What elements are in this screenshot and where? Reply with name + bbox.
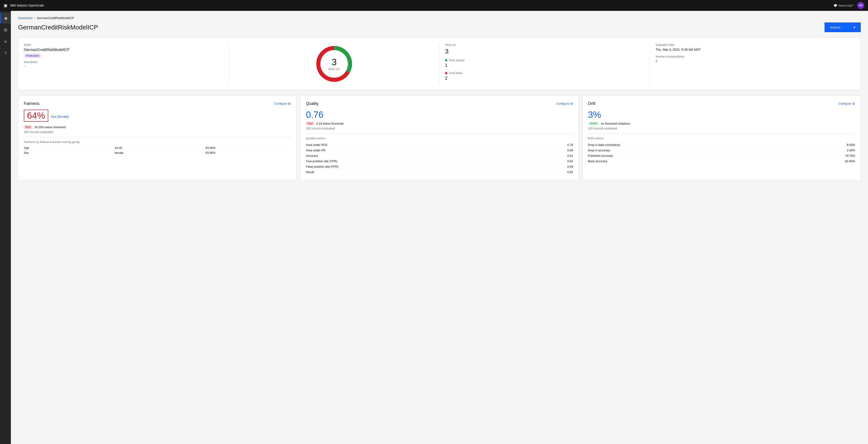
table-row: Accuracy 0.81 [306, 153, 573, 158]
drift-threshold-row: Green no threshold violations [588, 122, 855, 125]
drift-threshold-text: no threshold violations [601, 122, 630, 125]
fairness-title: Fairness [24, 101, 39, 106]
summary-eval-section: Evaluation date Thu, Mar 4, 2021, 9:38 A… [650, 43, 855, 85]
fairness-feature-table: Age 18-25 64.00% Sex female 63.80% [24, 145, 291, 155]
topnav-right: 💬 Need help? SD [834, 2, 865, 9]
fairness-records: 100 records evaluated [24, 130, 291, 134]
fairness-badge: Red [24, 125, 32, 129]
topnav-brand: IBM Watson OpenScale [10, 4, 44, 7]
configure-icon: ⚙ [852, 102, 855, 106]
quality-big-value: 0.76 [306, 110, 573, 120]
fairness-divider [24, 137, 291, 138]
breadcrumb-current: GermanCreditRiskModelICP [37, 16, 74, 20]
question-icon: ? [4, 51, 6, 56]
eval-date-label: Evaluation date [656, 43, 855, 47]
drift-configure-button[interactable]: Configure ⚙ [839, 102, 855, 106]
fairness-section-title: Fairness by feature & lowest scoring gro… [24, 140, 291, 144]
sidebar-item-activity[interactable]: ◈ [0, 13, 11, 24]
summary-chart: 3 tests run [229, 43, 439, 85]
donut-number: 3 [329, 57, 340, 67]
user-avatar[interactable]: SD [857, 2, 864, 9]
tests-passed-row: Tests passed [445, 59, 645, 62]
tests-failed-value: 2 [445, 76, 645, 81]
drift-divider [588, 134, 855, 134]
drift-card: Drift Configure ⚙ 3% Green no threshold … [582, 96, 861, 180]
quality-threshold-row: Red 0.19 below threshold [306, 122, 573, 125]
quality-divider [306, 134, 573, 134]
sidebar-item-settings[interactable]: ≡ [0, 36, 11, 47]
quality-badge: Red [306, 122, 314, 125]
page-title: GermanCreditRiskModelICP [18, 24, 98, 31]
topnav-left: ▣ IBM Watson OpenScale [4, 3, 44, 8]
table-row: True positive rate (TPR) 0.62 [306, 158, 573, 164]
explanations-value[interactable]: 2 [656, 59, 855, 63]
configure-icon: ⚙ [570, 102, 573, 106]
drift-badge: Green [588, 122, 599, 125]
model-name: GermanCreditRiskModelICP [24, 48, 223, 52]
quality-threshold-text: 0.19 below threshold [316, 122, 343, 125]
table-row: Base accuracy 82.60% [588, 158, 855, 164]
fairness-threshold-text: 34.20% below threshold [34, 125, 66, 129]
main-content: Dashboard / GermanCreditRiskModelICP Ger… [11, 11, 868, 444]
drift-big-value: 3% [588, 110, 855, 120]
donut-label: tests run [329, 67, 340, 71]
fairness-threshold-row: Red 34.20% below threshold [24, 125, 291, 129]
quality-configure-button[interactable]: Configure ⚙ [556, 102, 573, 106]
chat-icon: 💬 [834, 4, 837, 7]
fairness-feature-age: Age [24, 146, 109, 149]
drift-header: Drift Configure ⚙ [588, 101, 855, 106]
ibm-logo-icon: ▣ [4, 3, 7, 8]
table-row: Predicted accuracy 79.70% [588, 153, 855, 158]
configure-icon: ⚙ [288, 102, 291, 106]
fairness-configure-button[interactable]: Configure ⚙ [274, 102, 291, 106]
summary-stats: Tests run 3 Tests passed 1 Tests failed … [440, 43, 650, 85]
failed-dot-icon [445, 72, 447, 74]
sidebar: ◈ ⊞ ≡ ? [0, 11, 11, 444]
fairness-value-age: 64.00% [206, 146, 291, 149]
quality-header: Quality Configure ⚙ [306, 101, 573, 106]
drift-section-title: Drift metrics [588, 137, 855, 140]
topnav: ▣ IBM Watson OpenScale 💬 Need help? SD [0, 0, 868, 11]
table-row: Area under PR 0.69 [306, 148, 573, 153]
fairness-header: Fairness Configure ⚙ [24, 101, 291, 106]
activity-icon: ◈ [4, 16, 7, 21]
actions-button[interactable]: Actions ▾ [825, 23, 861, 32]
tests-failed-label: Tests failed [449, 71, 462, 75]
drift-metrics-table: Drop in data consistency 8.00% Drop in a… [588, 142, 855, 164]
tests-run-label: Tests run [445, 43, 645, 47]
breadcrumb-separator: / [34, 16, 35, 20]
fairness-big-value: 64% [24, 110, 48, 122]
model-label: Model [24, 43, 223, 47]
tests-passed-label: Tests passed [449, 59, 465, 62]
passed-dot-icon [445, 59, 447, 61]
drift-records: 100 records evaluated [588, 127, 855, 130]
table-row: Area under ROC 0.76 [306, 142, 573, 148]
metrics-row: Fairness Configure ⚙ 64% Sex (female) Re… [18, 96, 861, 180]
tests-run-value: 3 [445, 48, 645, 55]
breadcrumb-dashboard-link[interactable]: Dashboard [18, 16, 33, 20]
drift-title: Drift [588, 101, 595, 106]
fairness-feature-label[interactable]: Sex (female) [51, 115, 69, 118]
summary-model-section: Model GermanCreditRiskModelICP Productio… [24, 43, 229, 85]
sliders-icon: ≡ [4, 39, 7, 44]
tests-passed-value: 1 [445, 63, 645, 68]
table-row: False positive rate (FPR) 0.09 [306, 164, 573, 170]
grid-icon: ⊞ [4, 27, 7, 32]
sidebar-item-dashboard[interactable]: ⊞ [0, 25, 11, 35]
table-row: Age 18-25 64.00% [24, 145, 291, 150]
sidebar-item-help[interactable]: ? [0, 48, 11, 59]
fairness-value-sex: 63.80% [206, 151, 291, 154]
table-row: Drop in data consistency 8.00% [588, 142, 855, 148]
quality-title: Quality [306, 101, 318, 106]
tests-failed-row: Tests failed [445, 71, 645, 75]
production-badge: Production [24, 54, 41, 58]
page-header: GermanCreditRiskModelICP Actions ▾ [18, 23, 861, 32]
tests-failed-section: Tests failed 2 [445, 71, 645, 81]
fairness-group-sex: female [115, 151, 200, 154]
donut-chart: 3 tests run [314, 43, 354, 84]
help-link[interactable]: 💬 Need help? [834, 4, 854, 7]
table-row: Sex female 63.80% [24, 150, 291, 155]
quality-section-title: Quality metrics [306, 137, 573, 140]
tests-run-section: Tests run 3 [445, 43, 645, 55]
chevron-down-icon: ▾ [854, 25, 855, 29]
